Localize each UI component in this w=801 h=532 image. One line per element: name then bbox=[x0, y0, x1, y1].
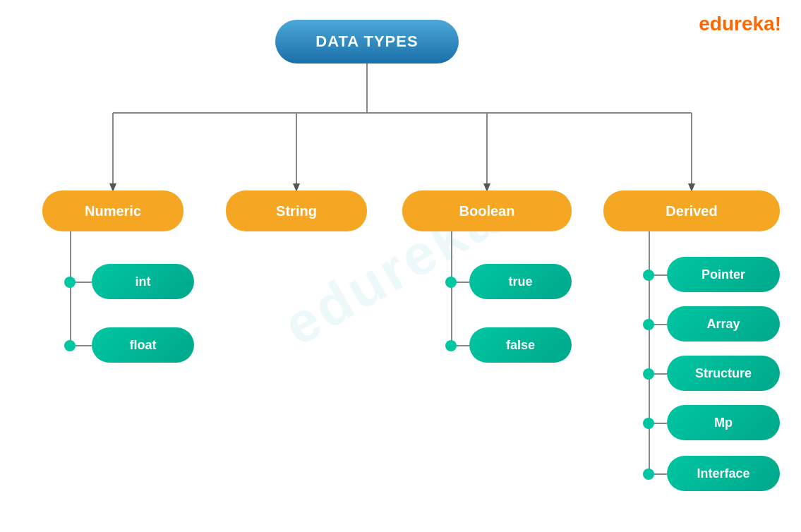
float-dot bbox=[64, 340, 76, 351]
false-dot bbox=[445, 340, 457, 351]
interface-dot bbox=[643, 468, 654, 480]
float-label: float bbox=[130, 338, 157, 353]
string-label: String bbox=[276, 203, 317, 219]
root-node: DATA TYPES bbox=[275, 20, 459, 64]
false-node: false bbox=[469, 327, 572, 363]
structure-node: Structure bbox=[667, 356, 780, 391]
numeric-node: Numeric bbox=[42, 191, 183, 231]
array-label: Array bbox=[706, 317, 740, 332]
derived-node: Derived bbox=[603, 191, 780, 231]
boolean-label: Boolean bbox=[459, 203, 515, 219]
root-label: DATA TYPES bbox=[315, 32, 418, 51]
boolean-node: Boolean bbox=[402, 191, 572, 231]
array-node: Array bbox=[667, 306, 780, 341]
true-dot bbox=[445, 277, 457, 288]
string-node: String bbox=[226, 191, 367, 231]
pointer-node: Pointer bbox=[667, 257, 780, 292]
structure-dot bbox=[643, 368, 654, 380]
true-label: true bbox=[508, 274, 532, 289]
pointer-label: Pointer bbox=[701, 267, 745, 282]
array-dot bbox=[643, 319, 654, 330]
interface-node: Interface bbox=[667, 456, 780, 491]
int-node: int bbox=[92, 264, 194, 299]
structure-label: Structure bbox=[695, 366, 752, 381]
numeric-label: Numeric bbox=[85, 203, 141, 219]
float-node: float bbox=[92, 327, 194, 363]
mp-label: Mp bbox=[714, 416, 733, 430]
true-node: true bbox=[469, 264, 572, 299]
mp-node: Mp bbox=[667, 405, 780, 440]
int-label: int bbox=[135, 274, 151, 289]
int-dot bbox=[64, 277, 76, 288]
mp-dot bbox=[643, 418, 654, 429]
pointer-dot bbox=[643, 270, 654, 281]
false-label: false bbox=[506, 338, 535, 353]
derived-label: Derived bbox=[666, 203, 717, 219]
interface-label: Interface bbox=[697, 466, 749, 481]
